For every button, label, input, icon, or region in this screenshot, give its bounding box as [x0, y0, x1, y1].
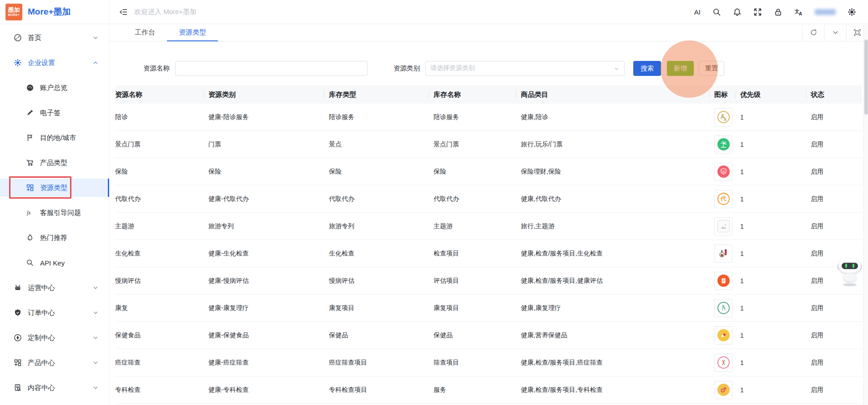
sidebar-item-operation-center[interactable]: 运营中心 [0, 279, 109, 297]
cell-icon [714, 245, 740, 263]
cell-goods_category: 保险理财,保险 [521, 168, 714, 176]
expand-icon[interactable] [753, 8, 762, 16]
chevron-down-icon[interactable] [824, 24, 846, 41]
sidebar-item-destination-city[interactable]: 目的地/城市 [0, 129, 109, 147]
cell-goods_category: 旅行,玩乐/门票 [521, 140, 714, 149]
bell-icon[interactable] [733, 8, 742, 16]
sidebar-item-label: 企业设置 [28, 59, 55, 67]
sidebar-item-label: 电子签 [40, 109, 61, 117]
cell-icon [714, 272, 740, 290]
resource-name-input[interactable] [175, 61, 368, 76]
logo[interactable]: 墨加 MORE+ More+墨加 [0, 0, 109, 24]
username-redacted[interactable] [815, 9, 836, 15]
table-row: 生化检查健康-生化检查生化检查检查项目健康,检查/服务项目,生化检查1启用 [115, 240, 862, 267]
cell-stock_name: 保险 [434, 168, 521, 176]
cell-priority: 1 [740, 168, 811, 175]
cell-priority: 1 [740, 223, 811, 230]
scrollbar [863, 25, 868, 405]
resource-category-select[interactable]: 请选择资源类别 [425, 61, 625, 76]
refresh-icon[interactable] [802, 24, 824, 41]
sidebar-item-custom-center[interactable]: 定制中心 [0, 329, 109, 347]
cell-priority: 1 [740, 277, 811, 285]
cell-status: 启用 [811, 304, 862, 312]
sidebar-collapse-icon[interactable] [119, 8, 128, 16]
table-row: 景点门票门票景点景点门票旅行,玩乐/门票1启用 [115, 131, 862, 158]
flag-icon [26, 134, 34, 142]
cell-category: 保险 [208, 168, 329, 176]
add-button[interactable]: 新增 [667, 61, 694, 76]
cell-icon [714, 135, 740, 154]
gridplus-icon [26, 184, 34, 192]
cell-category: 健康-陪诊服务 [208, 113, 329, 121]
sidebar-item-label: 运营中心 [28, 284, 55, 292]
sidebar-item-api-key[interactable]: API Key [0, 254, 109, 272]
sidebar-item-account-overview[interactable]: 账户总览 [0, 79, 109, 97]
ai-button[interactable]: AI [694, 8, 701, 16]
cell-category: 健康-专科检查 [208, 386, 329, 394]
sidebar-item-label: 目的地/城市 [40, 134, 76, 142]
sidebar-item-order-center[interactable]: 订单中心 [0, 304, 109, 322]
cell-stock_name: 代取代办 [434, 195, 521, 203]
cell-category: 门票 [208, 140, 329, 149]
cell-icon [714, 299, 740, 317]
search-icon[interactable] [712, 8, 721, 16]
tab-resource-type[interactable]: 资源类型 [167, 24, 218, 41]
cell-priority: 1 [740, 250, 811, 257]
insurance-icon: 保 [714, 163, 732, 181]
sidebar-item-faq-guide[interactable]: fx客服引导问题 [0, 204, 109, 222]
sidebar-item-content-center[interactable]: 内容中心 [0, 379, 109, 397]
cell-goods_category: 健康,陪诊 [521, 113, 714, 121]
chevron-down-icon [92, 385, 99, 391]
scrollbar-thumb[interactable] [864, 40, 868, 115]
sidebar-item-product-center[interactable]: 产品中心 [0, 354, 109, 372]
sidebar-item-resource-type[interactable]: 资源类型 [0, 179, 109, 197]
cell-stock_name: 康复项目 [434, 304, 521, 312]
chevron-down-icon [92, 35, 99, 41]
cell-category: 健康-保健食品 [208, 331, 329, 340]
cell-goods_category: 旅行,主题游 [521, 222, 714, 230]
sidebar-item-label: 订单中心 [28, 309, 55, 317]
cell-icon [714, 108, 740, 126]
cell-icon: 代 [714, 190, 740, 208]
table-body: 陪诊健康-陪诊服务陪诊服务陪诊服务健康,陪诊1启用景点门票门票景点景点门票旅行,… [115, 104, 862, 404]
translate-icon[interactable]: 文A [794, 8, 803, 16]
cell-stock_type: 代取代办 [329, 195, 434, 203]
sidebar-item-label: 热门推荐 [40, 234, 67, 242]
sidebar-item-label: 首页 [28, 34, 41, 42]
gear-icon[interactable] [848, 8, 856, 16]
male-symbol-icon [714, 381, 732, 399]
table-row: 保险保险保险保险保险理财,保险保1启用 [115, 158, 862, 185]
resource-name-label: 资源名称 [141, 64, 170, 73]
cell-stock_name: 主题游 [434, 222, 521, 230]
cell-priority: 1 [740, 332, 811, 339]
cell-stock_type: 保险 [329, 168, 434, 176]
gridplus-icon [14, 359, 22, 367]
sidebar-item-enterprise-settings[interactable]: 企业设置 [0, 54, 109, 72]
resource-category-label: 资源类别 [394, 64, 420, 73]
cell-category: 健康-癌症筛查 [208, 359, 329, 367]
android-icon [14, 284, 22, 292]
assistant-robot-button[interactable] [837, 258, 863, 287]
compass-icon [14, 334, 22, 342]
sidebar-menu: 首页企业设置账户总览电子签目的地/城市产品类型资源类型fx客服引导问题热门推荐A… [0, 29, 109, 397]
welcome-text: 欢迎进入 More+墨加 [134, 8, 197, 16]
tab-workbench[interactable]: 工作台 [123, 24, 167, 41]
svg-text:fx: fx [27, 210, 31, 216]
sidebar-item-product-type[interactable]: 产品类型 [0, 154, 109, 172]
sidebar-item-hot-recommend[interactable]: 热门推荐 [0, 229, 109, 247]
sidebar-item-label: 客服引导问题 [40, 209, 81, 217]
cell-name: 癌症筛查 [115, 359, 208, 367]
table-header: 资源名称资源类别库存类型库存名称商品类目图标优先级状态 [115, 85, 862, 104]
lock-icon[interactable] [774, 8, 782, 16]
sidebar-item-home[interactable]: 首页 [0, 29, 109, 47]
tabbar: 工作台资源类型 [109, 24, 868, 41]
cell-name: 保健食品 [115, 331, 208, 340]
search-button[interactable]: 搜索 [633, 61, 661, 76]
cell-icon [714, 217, 740, 235]
filter-bar: 资源名称 资源类别 请选择资源类别 搜索 新增 重置 [115, 60, 868, 76]
logo-line1: 墨加 [8, 7, 20, 13]
reset-button[interactable]: 重置 [699, 61, 724, 76]
sidebar-item-esign[interactable]: 电子签 [0, 104, 109, 122]
cell-status: 启用 [811, 222, 862, 230]
sidebar-item-label: 产品类型 [40, 159, 67, 167]
